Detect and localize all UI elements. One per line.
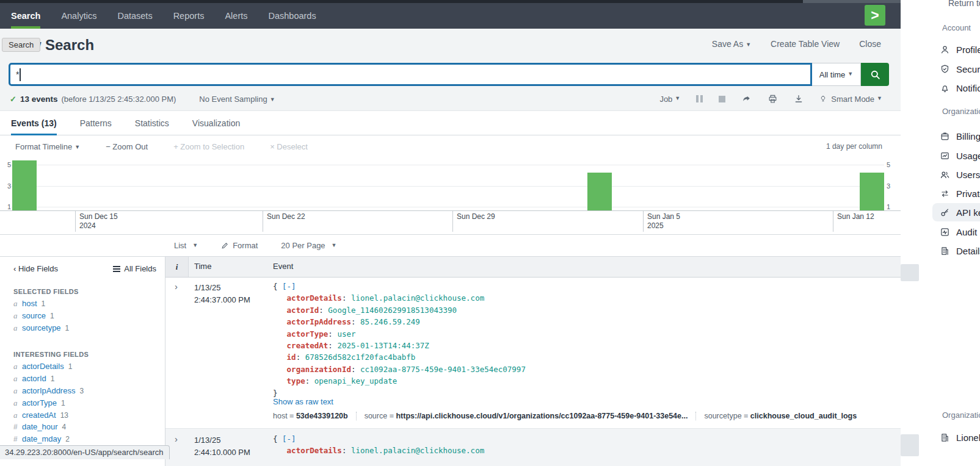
key-icon [940,207,950,218]
print-button[interactable] [768,94,778,104]
field-name[interactable]: date_mday [22,434,61,443]
settings-item-api-keys[interactable]: API keys [932,203,980,221]
settings-item-audit[interactable]: Audit [932,223,980,241]
json-collapse-link[interactable]: [-] [282,282,296,291]
search-nav-tooltip: Search [2,38,40,52]
return-link[interactable]: Return to [948,0,980,8]
result-tabs: Events (13)PatternsStatisticsVisualizati… [0,111,901,135]
audit-icon [940,227,950,237]
create-table-view-button[interactable]: Create Table View [771,39,840,49]
expand-chevron-icon[interactable]: › [175,281,178,292]
meta-host[interactable]: host = 53de4339120b [273,412,356,420]
smart-mode-dropdown[interactable]: Smart Mode▼ [819,94,882,104]
field-name[interactable]: date_hour [22,422,58,431]
timeline-bar-2[interactable] [587,173,612,210]
x-axis-label: Sun Dec 22 [263,211,305,232]
list-type-dropdown[interactable]: List▼ [174,241,198,250]
search-input[interactable]: * [9,63,812,86]
field-name[interactable]: actorIpAddress [22,386,75,395]
nav-tab-reports[interactable]: Reports [173,3,205,29]
per-page-dropdown[interactable]: 20 Per Page▼ [281,241,336,250]
field-type-prefix: a [13,410,22,420]
chevron-down-icon: ▼ [877,95,882,101]
event-sampling-dropdown[interactable]: No Event Sampling▼ [199,95,275,104]
field-type-prefix: a [13,299,22,309]
settings-item-label: Audit [956,227,977,237]
format-button[interactable]: Format [221,241,258,250]
scrollbar-thumb[interactable] [901,264,919,281]
settings-item-security[interactable]: Security [932,60,980,78]
y-axis-label: 1 [2,203,11,210]
pencil-icon [221,242,229,249]
settings-item-details[interactable]: Details [932,242,980,260]
chevron-down-icon: ▼ [332,242,337,248]
stop-button[interactable] [719,96,725,102]
settings-sidebar: Return to AccountProfileSecurityNotifica… [901,0,980,466]
json-line-organizationid: organizationId: cc1092aa-8775-459e-9401-… [273,364,526,375]
time-range-picker[interactable]: All time▼ [812,63,861,86]
json-collapse-link[interactable]: [-] [282,434,296,443]
plus-icon: + [173,142,178,151]
field-name[interactable]: actorType [22,398,57,407]
chevron-left-icon: ‹ [13,264,18,273]
field-name[interactable]: source [22,311,46,320]
zoom-to-selection-button[interactable]: + Zoom to Selection [173,142,244,151]
meta-sourcetype[interactable]: sourcetype = clickhouse_cloud_audit_logs [695,412,865,420]
tab-events-13[interactable]: Events (13) [11,118,57,135]
pause-button[interactable] [696,95,703,102]
meta-source[interactable]: source = https://api.clickhouse.cloud/v1… [356,412,696,420]
field-count: 1 [68,362,73,371]
field-name[interactable]: actorDetails [22,362,64,371]
settings-item-notifications[interactable]: Notifications [932,79,980,97]
timeline-bar-3[interactable] [860,173,884,210]
field-name[interactable]: actorId [22,374,46,383]
nav-tab-datasets[interactable]: Datasets [117,3,152,29]
tab-visualization[interactable]: Visualization [192,118,240,135]
nav-tab-search[interactable]: Search [11,3,40,29]
x-axis-label: Sun Jan 52025 [643,211,680,232]
settings-item-private-endpoints[interactable]: Private endpoints [932,184,980,203]
nav-tab-dashboards[interactable]: Dashboards [269,3,316,29]
app-navbar: SearchAnalyticsDatasetsReportsAlertsDash… [0,3,901,29]
settings-item-lionel[interactable]: Lionel [932,428,980,446]
all-fields-button[interactable]: All Fields [113,264,156,273]
settings-item-billing[interactable]: Billing [932,127,980,145]
gridline [11,186,884,187]
timeline-chart[interactable]: 553311 [0,157,901,210]
result-before-time: (before 1/13/25 2:45:32.000 PM) [61,95,176,104]
interesting-fields-header: INTERESTING FIELDS [0,351,165,358]
raw-text-link[interactable]: Show as raw text [273,397,333,406]
hide-fields-button[interactable]: ‹ Hide Fields [13,264,58,273]
settings-item-label: Details [956,246,980,256]
field-name[interactable]: host [22,299,37,308]
splunk-logo[interactable]: > [865,5,885,26]
field-name[interactable]: sourcetype [22,323,61,332]
deselect-button[interactable]: × Deselect [270,142,308,151]
export-button[interactable] [794,94,804,104]
bell-icon [940,83,950,93]
field-item-host: ahost1 [0,299,165,311]
tab-statistics[interactable]: Statistics [135,118,169,135]
field-name[interactable]: createdAt [22,410,56,420]
nav-tab-analytics[interactable]: Analytics [61,3,96,29]
zoom-out-button[interactable]: − Zoom Out [106,142,148,151]
settings-item-label: Profile [956,45,980,55]
y-axis-label: 3 [2,182,11,190]
expand-chevron-icon[interactable]: › [175,434,178,444]
search-button[interactable] [861,63,889,86]
close-button[interactable]: Close [859,39,881,49]
search-query-text: * [16,70,19,79]
share-button[interactable] [741,95,752,104]
scrollbar-thumb[interactable] [901,434,919,456]
timeline-bar-1[interactable] [12,160,37,210]
tab-patterns[interactable]: Patterns [80,118,112,135]
settings-item-usage[interactable]: Usage [932,146,980,165]
settings-item-users[interactable]: Users [932,165,980,184]
field-type-prefix: a [13,398,22,408]
save-as-button[interactable]: Save As▼ [712,39,751,49]
nav-tab-alerts[interactable]: Alerts [225,3,247,29]
settings-item-profile[interactable]: Profile [932,40,980,59]
job-dropdown[interactable]: Job▼ [659,95,680,104]
gridline [11,207,884,207]
format-timeline-dropdown[interactable]: Format Timeline▼ [15,142,80,151]
